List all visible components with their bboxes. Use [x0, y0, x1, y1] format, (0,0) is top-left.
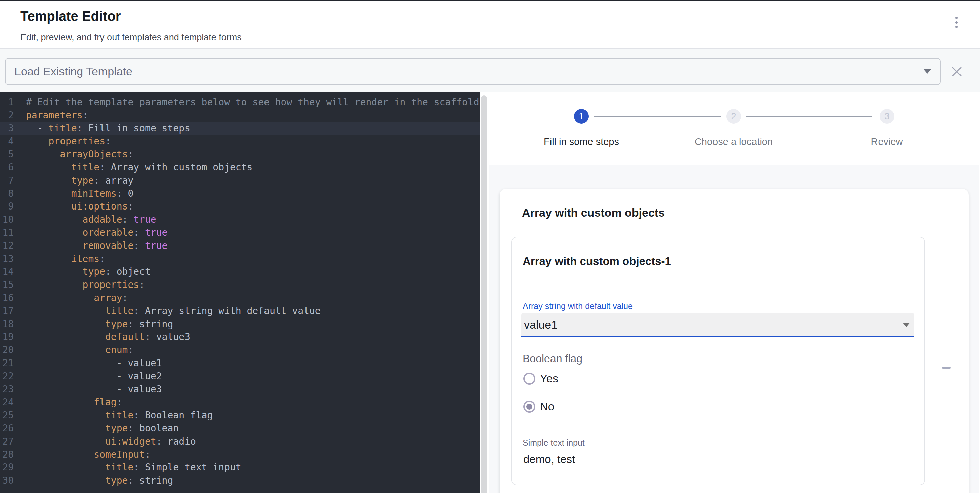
page-title: Template Editor	[20, 9, 121, 24]
step-label: Review	[820, 136, 954, 147]
radio-label: Yes	[540, 373, 558, 385]
template-editor-page: Template Editor Edit, preview, and try o…	[0, 0, 980, 493]
simple-text-input[interactable]: demo, test	[523, 453, 907, 466]
section-title: Array with custom objects	[522, 206, 665, 219]
text-input-underline	[523, 470, 915, 471]
load-select-placeholder: Load Existing Template	[14, 59, 132, 85]
step-circle[interactable]: 1	[574, 109, 589, 124]
code-lines: 1# Edit the template parameters below to…	[0, 96, 480, 487]
load-existing-template-select[interactable]: Load Existing Template	[5, 58, 941, 85]
text-field-label: Simple text input	[523, 438, 585, 448]
load-template-toolbar: Load Existing Template	[0, 49, 980, 93]
radio-group-label: Boolean flag	[523, 353, 582, 365]
step-connector	[746, 116, 872, 117]
clear-selection-button[interactable]	[951, 66, 963, 77]
select-field-label: Array string with default value	[523, 301, 633, 311]
select-value: value1	[524, 313, 558, 336]
yaml-code-editor[interactable]: 1# Edit the template parameters below to…	[0, 93, 480, 493]
step-circle[interactable]: 2	[726, 109, 741, 124]
array-item-title: Array with custom objects-1	[523, 255, 671, 268]
kebab-menu-icon[interactable]	[953, 17, 960, 33]
step-label: Fill in some steps	[514, 136, 649, 147]
remove-array-item-button[interactable]	[938, 362, 955, 374]
template-preview-panel: 1 Fill in some steps 2 Choose a location…	[489, 93, 978, 493]
page-right-edge	[978, 2, 979, 493]
form-section-card: Array with custom objects Array with cus…	[500, 189, 969, 493]
page-subtitle: Edit, preview, and try out templates and…	[20, 32, 242, 43]
array-string-select[interactable]: value1	[521, 313, 915, 337]
close-icon	[951, 66, 963, 77]
select-caret-icon	[903, 322, 910, 327]
chevron-down-icon	[923, 69, 931, 73]
step-label: Choose a location	[667, 136, 801, 147]
step-circle[interactable]: 3	[880, 109, 894, 124]
editor-scrollbar-thumb[interactable]	[481, 95, 487, 493]
radio-label: No	[540, 400, 554, 413]
step-connector	[593, 116, 721, 117]
radio-icon	[523, 400, 535, 413]
array-item-card: Array with custom objects-1 Array string…	[511, 237, 925, 485]
pane-splitter	[480, 93, 489, 493]
page-header: Template Editor Edit, preview, and try o…	[0, 2, 980, 48]
radio-icon	[523, 373, 535, 385]
minus-icon	[942, 367, 951, 369]
